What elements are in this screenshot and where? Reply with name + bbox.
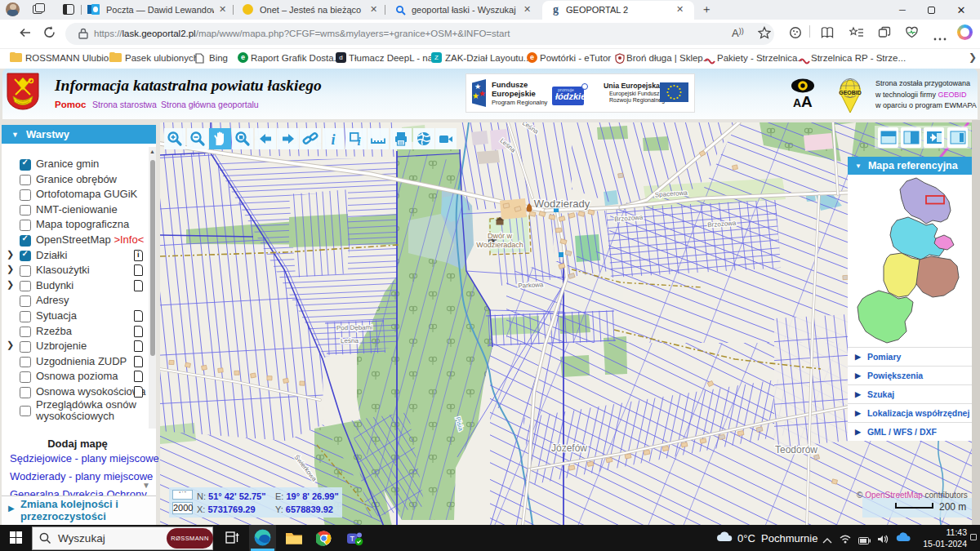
svg-text:A: A <box>801 93 813 108</box>
svg-text:Wodzierady: Wodzierady <box>534 198 590 210</box>
svg-text:Józefów: Józefów <box>551 442 587 454</box>
svg-text:T: T <box>350 535 355 543</box>
svg-text:Wodzieradach: Wodzieradach <box>476 241 523 249</box>
svg-text:Pod Dębami: Pod Dębami <box>336 324 372 332</box>
svg-text:Leśna: Leśna <box>341 337 359 344</box>
svg-text:i: i <box>331 131 335 148</box>
svg-text:i: i <box>357 135 361 148</box>
svg-text:Dwór w: Dwór w <box>488 232 513 240</box>
svg-text:GEOBID: GEOBID <box>839 90 862 96</box>
svg-text:A: A <box>793 96 801 108</box>
svg-text:Parkowa: Parkowa <box>518 281 544 290</box>
svg-text:Teodorów: Teodorów <box>775 444 817 455</box>
